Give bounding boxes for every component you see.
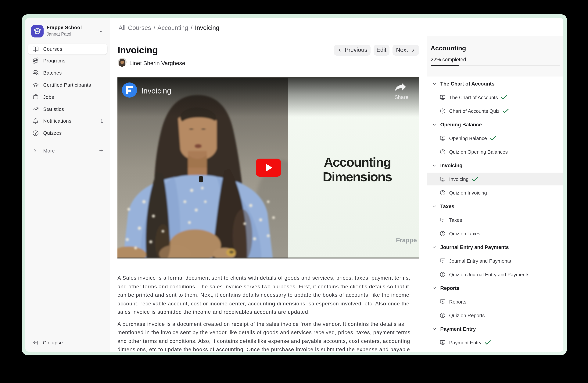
svg-text:Frappe: Frappe	[396, 236, 417, 243]
svg-text:Invoicing: Invoicing	[141, 86, 171, 95]
svg-text:Share: Share	[394, 94, 408, 100]
svg-text:Dimensions: Dimensions	[323, 169, 392, 184]
svg-text:Accounting: Accounting	[324, 155, 391, 169]
